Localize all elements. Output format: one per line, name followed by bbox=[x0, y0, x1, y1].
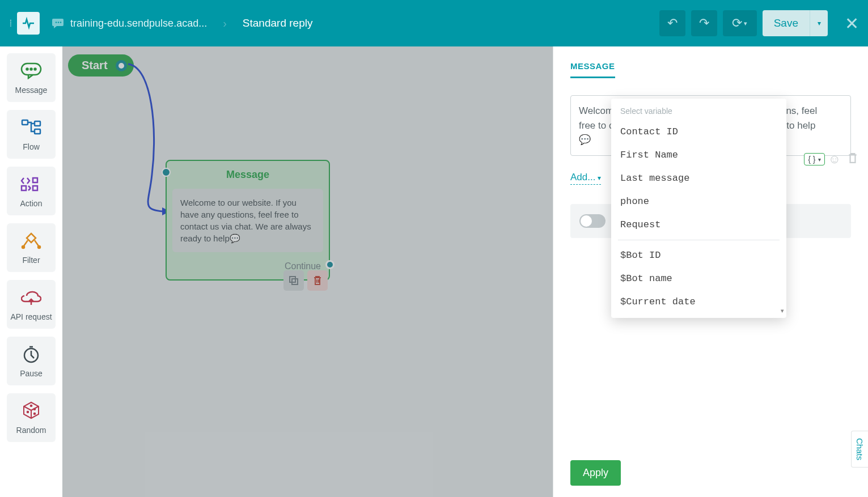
sidebar-item-api-request[interactable]: API request bbox=[7, 280, 56, 329]
svg-point-4 bbox=[27, 69, 28, 70]
insert-variable-button[interactable]: { } ▾ bbox=[804, 153, 824, 165]
panel-section-title: MESSAGE bbox=[570, 61, 615, 78]
redo-button[interactable]: ↷ bbox=[691, 10, 717, 36]
node-input-port[interactable] bbox=[162, 168, 171, 177]
svg-rect-11 bbox=[22, 186, 26, 190]
sidebar-item-label: Random bbox=[16, 426, 46, 435]
breadcrumb[interactable]: training-edu.sendpulse.acad... bbox=[51, 16, 207, 30]
delete-block-icon[interactable] bbox=[848, 152, 858, 167]
svg-rect-7 bbox=[22, 120, 28, 125]
element-sidebar: Message Flow Action Filter API request P… bbox=[0, 46, 62, 497]
svg-point-2 bbox=[60, 22, 61, 23]
svg-rect-12 bbox=[33, 186, 37, 190]
pause-icon bbox=[22, 344, 40, 364]
sidebar-item-label: Filter bbox=[22, 256, 40, 265]
add-element-dropdown[interactable]: Add... bbox=[570, 172, 601, 185]
sidebar-item-label: API request bbox=[10, 312, 52, 321]
sidebar-item-filter[interactable]: Filter bbox=[7, 223, 56, 272]
variable-dropdown-header: Select variable bbox=[611, 99, 786, 120]
sidebar-item-label: Message bbox=[15, 86, 48, 95]
scroll-indicator-icon: ▾ bbox=[781, 307, 784, 315]
save-button[interactable]: Save bbox=[763, 10, 810, 36]
wait-toggle[interactable] bbox=[579, 214, 606, 228]
message-icon bbox=[20, 61, 42, 81]
variable-option[interactable]: $Bot ID bbox=[611, 244, 786, 267]
variable-option[interactable]: phone bbox=[611, 190, 786, 213]
apply-button[interactable]: Apply bbox=[570, 460, 621, 486]
svg-rect-10 bbox=[33, 178, 37, 182]
variable-dropdown: Select variable Contact ID First Name La… bbox=[611, 99, 786, 318]
svg-point-21 bbox=[31, 405, 32, 407]
svg-point-15 bbox=[38, 246, 40, 248]
api-icon bbox=[21, 287, 41, 308]
variable-option[interactable]: Request bbox=[611, 213, 786, 236]
svg-point-14 bbox=[22, 246, 24, 248]
svg-point-18 bbox=[27, 411, 29, 413]
variable-option[interactable]: $Current date bbox=[611, 290, 786, 313]
filter-icon bbox=[20, 231, 43, 251]
emoji-button[interactable]: ☺ bbox=[828, 152, 841, 167]
app-logo[interactable] bbox=[17, 12, 40, 35]
variable-option[interactable]: First Name bbox=[611, 143, 786, 167]
breadcrumb-text: training-edu.sendpulse.acad... bbox=[70, 18, 207, 29]
svg-point-6 bbox=[35, 69, 36, 70]
delete-node-button[interactable] bbox=[307, 270, 328, 291]
node-output-port[interactable] bbox=[325, 260, 335, 269]
flow-title: Standard reply bbox=[243, 17, 313, 29]
save-dropdown[interactable]: ▾ bbox=[810, 10, 828, 36]
svg-rect-9 bbox=[35, 129, 40, 134]
svg-point-1 bbox=[58, 22, 59, 23]
flow-canvas[interactable]: Start Message Welcome to our website. If… bbox=[62, 46, 553, 497]
svg-point-19 bbox=[34, 409, 36, 410]
start-port-icon bbox=[116, 60, 127, 71]
chats-side-tab[interactable]: Chats bbox=[851, 431, 868, 468]
sidebar-item-flow[interactable]: Flow bbox=[7, 110, 56, 159]
svg-rect-8 bbox=[35, 121, 40, 126]
undo-button[interactable]: ↶ bbox=[659, 10, 685, 36]
variable-option[interactable]: Last message bbox=[611, 167, 786, 190]
history-button[interactable]: ⟳ ▾ bbox=[723, 10, 757, 36]
svg-point-20 bbox=[34, 413, 36, 415]
variable-option[interactable]: Contact ID bbox=[611, 120, 786, 143]
sidebar-item-message[interactable]: Message bbox=[7, 53, 56, 102]
duplicate-node-button[interactable] bbox=[283, 270, 304, 291]
drag-grip-icon: ⁞ bbox=[9, 17, 12, 29]
variable-option[interactable]: $Bot name bbox=[611, 267, 786, 290]
sidebar-item-label: Pause bbox=[20, 369, 43, 378]
svg-point-5 bbox=[31, 69, 32, 70]
random-icon bbox=[22, 401, 41, 421]
message-node-body: Welcome to our website. If you have any … bbox=[172, 189, 323, 252]
sidebar-item-pause[interactable]: Pause bbox=[7, 337, 56, 385]
start-node[interactable]: Start bbox=[68, 54, 134, 77]
breadcrumb-chevron-icon: › bbox=[223, 17, 227, 30]
message-node-title: Message bbox=[167, 161, 329, 186]
sidebar-item-action[interactable]: Action bbox=[7, 167, 56, 215]
action-icon bbox=[20, 174, 42, 194]
flow-icon bbox=[21, 117, 41, 138]
message-node[interactable]: Message Welcome to our website. If you h… bbox=[166, 160, 330, 281]
start-label: Start bbox=[82, 59, 108, 72]
sidebar-item-label: Action bbox=[20, 199, 43, 208]
close-button[interactable]: ✕ bbox=[845, 14, 859, 33]
top-bar: ⁞ training-edu.sendpulse.acad... › Stand… bbox=[0, 0, 868, 46]
sidebar-item-label: Flow bbox=[23, 142, 40, 151]
svg-point-0 bbox=[56, 22, 57, 23]
sidebar-item-random[interactable]: Random bbox=[7, 393, 56, 442]
